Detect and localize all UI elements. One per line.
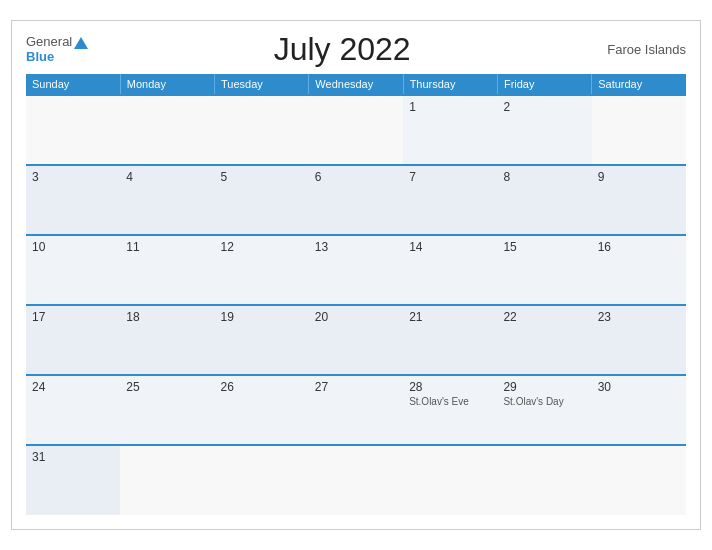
calendar-header: General Blue July 2022 Faroe Islands [26,31,686,68]
day-number: 25 [126,380,208,394]
day-number: 5 [221,170,303,184]
weekday-sunday: Sunday [26,74,120,95]
day-number: 9 [598,170,680,184]
calendar-cell: 19 [215,305,309,375]
calendar-cell: 10 [26,235,120,305]
day-number: 16 [598,240,680,254]
weekday-monday: Monday [120,74,214,95]
calendar-cell: 17 [26,305,120,375]
calendar-week-row: 10111213141516 [26,235,686,305]
weekday-friday: Friday [497,74,591,95]
calendar-cell: 9 [592,165,686,235]
day-number: 29 [503,380,585,394]
calendar-cell [215,445,309,515]
calendar-week-row: 31 [26,445,686,515]
calendar-cell: 23 [592,305,686,375]
calendar-cell: 15 [497,235,591,305]
calendar-title: July 2022 [88,31,596,68]
day-number: 21 [409,310,491,324]
calendar-cell [403,445,497,515]
calendar-cell: 30 [592,375,686,445]
day-number: 3 [32,170,114,184]
calendar-body: 1234567891011121314151617181920212223242… [26,95,686,515]
calendar-cell: 16 [592,235,686,305]
calendar-cell: 13 [309,235,403,305]
day-number: 6 [315,170,397,184]
day-number: 10 [32,240,114,254]
calendar-cell [120,95,214,165]
calendar-cell [592,445,686,515]
calendar-cell: 26 [215,375,309,445]
calendar-cell [309,95,403,165]
calendar-cell: 3 [26,165,120,235]
calendar-cell: 29St.Olav's Day [497,375,591,445]
logo-blue-text: Blue [26,50,88,64]
event-label: St.Olav's Day [503,396,585,407]
day-number: 15 [503,240,585,254]
day-number: 26 [221,380,303,394]
day-number: 11 [126,240,208,254]
calendar-cell [497,445,591,515]
day-number: 24 [32,380,114,394]
calendar-cell: 1 [403,95,497,165]
day-number: 14 [409,240,491,254]
calendar-cell [592,95,686,165]
weekday-row: Sunday Monday Tuesday Wednesday Thursday… [26,74,686,95]
day-number: 18 [126,310,208,324]
calendar-cell: 27 [309,375,403,445]
calendar-cell [215,95,309,165]
calendar-cell: 4 [120,165,214,235]
calendar-cell: 25 [120,375,214,445]
day-number: 7 [409,170,491,184]
logo: General Blue [26,35,88,64]
day-number: 13 [315,240,397,254]
day-number: 12 [221,240,303,254]
day-number: 17 [32,310,114,324]
day-number: 8 [503,170,585,184]
calendar-cell: 11 [120,235,214,305]
calendar-cell: 22 [497,305,591,375]
calendar-cell [120,445,214,515]
calendar-cell: 7 [403,165,497,235]
logo-general-text: General [26,35,88,49]
calendar-week-row: 17181920212223 [26,305,686,375]
weekday-saturday: Saturday [592,74,686,95]
day-number: 30 [598,380,680,394]
calendar-container: General Blue July 2022 Faroe Islands Sun… [11,20,701,530]
calendar-cell: 8 [497,165,591,235]
day-number: 4 [126,170,208,184]
calendar-cell: 12 [215,235,309,305]
calendar-week-row: 12 [26,95,686,165]
calendar-cell: 18 [120,305,214,375]
day-number: 28 [409,380,491,394]
calendar-week-row: 2425262728St.Olav's Eve29St.Olav's Day30 [26,375,686,445]
day-number: 19 [221,310,303,324]
calendar-weekday-header: Sunday Monday Tuesday Wednesday Thursday… [26,74,686,95]
calendar-week-row: 3456789 [26,165,686,235]
day-number: 1 [409,100,491,114]
day-number: 22 [503,310,585,324]
weekday-tuesday: Tuesday [215,74,309,95]
weekday-wednesday: Wednesday [309,74,403,95]
weekday-thursday: Thursday [403,74,497,95]
calendar-cell: 2 [497,95,591,165]
calendar-cell: 24 [26,375,120,445]
event-label: St.Olav's Eve [409,396,491,407]
day-number: 23 [598,310,680,324]
calendar-cell: 31 [26,445,120,515]
calendar-cell [26,95,120,165]
day-number: 20 [315,310,397,324]
calendar-cell: 28St.Olav's Eve [403,375,497,445]
calendar-cell: 6 [309,165,403,235]
day-number: 27 [315,380,397,394]
calendar-cell: 20 [309,305,403,375]
calendar-cell [309,445,403,515]
calendar-cell: 21 [403,305,497,375]
region-label: Faroe Islands [596,42,686,57]
calendar-grid: Sunday Monday Tuesday Wednesday Thursday… [26,74,686,515]
calendar-cell: 5 [215,165,309,235]
calendar-cell: 14 [403,235,497,305]
logo-triangle-icon [74,37,88,49]
day-number: 2 [503,100,585,114]
day-number: 31 [32,450,114,464]
